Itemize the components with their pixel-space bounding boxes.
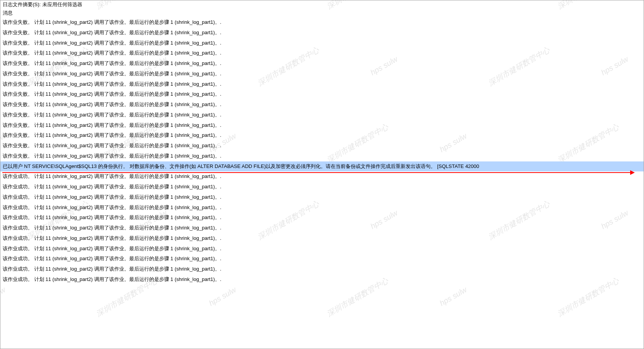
log-row[interactable]: 该作业成功。 计划 11 (shrink_log_part2) 调用了该作业。最… xyxy=(0,203,644,213)
log-row[interactable]: 该作业失败。 计划 11 (shrink_log_part2) 调用了该作业。最… xyxy=(0,141,644,151)
log-row[interactable]: 已以用户 NT SERVICE\SQLAgent$SQL13 的身份执行。 对数… xyxy=(0,161,644,172)
column-header[interactable]: 消息 xyxy=(0,9,644,17)
log-viewer-panel: 日志文件摘要(S): 未应用任何筛选器 消息 该作业失败。 计划 11 (shr… xyxy=(0,0,644,349)
log-row[interactable]: 该作业成功。 计划 11 (shrink_log_part2) 调用了该作业。最… xyxy=(0,264,644,274)
log-row[interactable]: 该作业成功。 计划 11 (shrink_log_part2) 调用了该作业。最… xyxy=(0,254,644,264)
log-row[interactable]: 该作业成功。 计划 11 (shrink_log_part2) 调用了该作业。最… xyxy=(0,182,644,192)
column-message-label: 消息 xyxy=(3,10,13,16)
log-row[interactable]: 该作业失败。 计划 11 (shrink_log_part2) 调用了该作业。最… xyxy=(0,89,644,100)
log-list[interactable]: 该作业失败。 计划 11 (shrink_log_part2) 调用了该作业。最… xyxy=(0,17,644,349)
log-row[interactable]: 该作业失败。 计划 11 (shrink_log_part2) 调用了该作业。最… xyxy=(0,38,644,48)
log-row[interactable]: 该作业成功。 计划 11 (shrink_log_part2) 调用了该作业。最… xyxy=(0,223,644,233)
log-row[interactable]: 该作业成功。 计划 11 (shrink_log_part2) 调用了该作业。最… xyxy=(0,233,644,244)
log-row[interactable]: 该作业失败。 计划 11 (shrink_log_part2) 调用了该作业。最… xyxy=(0,48,644,58)
log-row[interactable]: 该作业失败。 计划 11 (shrink_log_part2) 调用了该作业。最… xyxy=(0,120,644,131)
log-row[interactable]: 该作业失败。 计划 11 (shrink_log_part2) 调用了该作业。最… xyxy=(0,79,644,90)
log-row[interactable]: 该作业失败。 计划 11 (shrink_log_part2) 调用了该作业。最… xyxy=(0,28,644,38)
log-row[interactable]: 该作业成功。 计划 11 (shrink_log_part2) 调用了该作业。最… xyxy=(0,192,644,203)
log-row[interactable]: 该作业失败。 计划 11 (shrink_log_part2) 调用了该作业。最… xyxy=(0,69,644,79)
log-row[interactable]: 该作业成功。 计划 11 (shrink_log_part2) 调用了该作业。最… xyxy=(0,274,644,285)
log-row[interactable]: 该作业失败。 计划 11 (shrink_log_part2) 调用了该作业。最… xyxy=(0,58,644,69)
log-row[interactable]: 该作业失败。 计划 11 (shrink_log_part2) 调用了该作业。最… xyxy=(0,130,644,141)
log-row[interactable]: 该作业失败。 计划 11 (shrink_log_part2) 调用了该作业。最… xyxy=(0,110,644,120)
log-row[interactable]: 该作业失败。 计划 11 (shrink_log_part2) 调用了该作业。最… xyxy=(0,151,644,161)
log-row[interactable]: 该作业成功。 计划 11 (shrink_log_part2) 调用了该作业。最… xyxy=(0,213,644,223)
log-row[interactable]: 该作业成功。 计划 11 (shrink_log_part2) 调用了该作业。最… xyxy=(0,244,644,254)
log-row[interactable]: 该作业失败。 计划 11 (shrink_log_part2) 调用了该作业。最… xyxy=(0,100,644,110)
log-row[interactable]: 该作业失败。 计划 11 (shrink_log_part2) 调用了该作业。最… xyxy=(0,17,644,28)
log-row[interactable]: 该作业成功。 计划 11 (shrink_log_part2) 调用了该作业。最… xyxy=(0,171,644,182)
log-summary-header: 日志文件摘要(S): 未应用任何筛选器 xyxy=(0,0,644,9)
summary-label: 日志文件摘要(S): 未应用任何筛选器 xyxy=(3,2,82,7)
